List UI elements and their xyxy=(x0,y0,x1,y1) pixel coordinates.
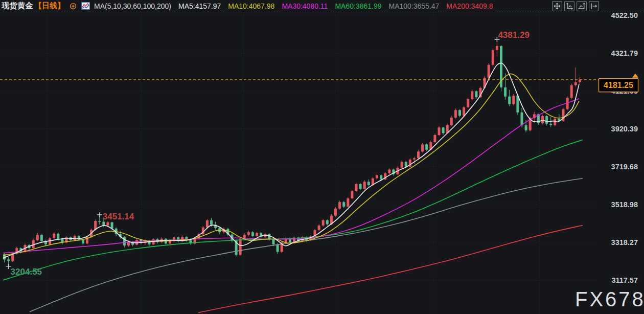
candle-body xyxy=(98,221,101,221)
candle-body xyxy=(322,220,325,226)
candle-body xyxy=(504,87,507,97)
candle-body xyxy=(541,116,544,123)
price-axis-label: 3719.68 xyxy=(611,163,638,171)
candle-body xyxy=(111,222,113,229)
price-up-arrow-icon xyxy=(632,74,638,78)
candle-body xyxy=(521,113,523,125)
candle-body xyxy=(367,182,370,185)
candle-body xyxy=(123,237,126,245)
timeframe-label: 【日线】 xyxy=(34,1,65,11)
candle-body xyxy=(413,158,416,160)
candle-body xyxy=(342,202,345,207)
price-axis-label: 3318.27 xyxy=(611,238,638,246)
chart-window: 现货黄金 【日线】 MA(5,10,30,60,100,200) MA5:415… xyxy=(0,0,644,314)
candle-body xyxy=(467,99,469,107)
candle-body xyxy=(355,184,358,191)
candle-body xyxy=(463,107,465,116)
price-axis-label: 3920.39 xyxy=(611,125,638,133)
candle-body xyxy=(247,232,250,235)
candle-body xyxy=(82,240,84,243)
zoom-y-axis-icon[interactable] xyxy=(564,1,574,11)
candle-body xyxy=(405,162,407,167)
ma-legend: MA5:4157.97MA10:4067.98MA30:4080.11MA60:… xyxy=(178,2,493,10)
candle-body xyxy=(239,239,242,255)
candle-body xyxy=(488,65,490,78)
candle-body xyxy=(7,259,10,261)
candle-body xyxy=(376,175,378,178)
candle-body xyxy=(268,234,270,239)
candle-body xyxy=(579,80,581,82)
move-chart-icon[interactable] xyxy=(552,1,562,11)
ma-value-label: MA30:4080.11 xyxy=(282,2,328,10)
candle-body xyxy=(525,125,527,130)
price-axis-label: 3117.57 xyxy=(611,276,638,284)
high-price-label: 3451.14 xyxy=(103,212,134,221)
candle-body xyxy=(425,144,428,149)
candle-body xyxy=(421,144,424,151)
zoom-x-axis-icon[interactable] xyxy=(577,1,587,11)
candle-body xyxy=(512,96,515,104)
candle-body xyxy=(471,91,473,99)
chart-toolbar xyxy=(552,1,599,11)
candle-body xyxy=(458,110,461,116)
ma-line-ma60 xyxy=(3,140,583,280)
ma-value-label: MA5:4157.97 xyxy=(178,2,221,10)
candle-body xyxy=(210,220,213,225)
chart-canvas[interactable]: FX678 4381.293451.143204.554522.504321.7… xyxy=(0,0,644,314)
extreme-cross-marker xyxy=(97,212,102,217)
candle-body xyxy=(277,244,279,252)
candle-body xyxy=(380,175,382,179)
candle-body xyxy=(74,236,76,240)
candle-body xyxy=(549,124,552,125)
ma-value-label: MA200:3409.8 xyxy=(446,2,493,10)
ma-value-label: MA60:3861.99 xyxy=(335,2,381,10)
current-price-value: 4181.25 xyxy=(604,81,633,89)
candle-body xyxy=(363,182,366,189)
candle-body xyxy=(102,222,105,226)
candle-body xyxy=(40,235,43,241)
candle-body xyxy=(417,151,420,158)
chart-header: 现货黄金 【日线】 MA(5,10,30,60,100,200) MA5:415… xyxy=(0,0,644,12)
candle-body xyxy=(570,85,573,98)
candle-body xyxy=(57,234,59,239)
candle-body xyxy=(574,82,577,85)
ma-line-ma10 xyxy=(3,74,579,255)
watermark: FX678 xyxy=(575,288,644,310)
ma-value-label: MA100:3655.47 xyxy=(388,2,439,10)
candle-body xyxy=(251,232,254,236)
ma-group-label: MA(5,10,30,60,100,200) xyxy=(94,2,171,10)
candle-body xyxy=(401,162,403,168)
add-compare-icon[interactable] xyxy=(70,3,77,10)
candle-body xyxy=(508,97,511,104)
candle-body xyxy=(206,220,209,228)
candle-body xyxy=(351,191,353,198)
candle-body xyxy=(359,184,362,189)
candle-body xyxy=(36,235,39,240)
candle-body xyxy=(433,135,436,142)
candle-body xyxy=(318,226,320,230)
ma-line-ma30 xyxy=(3,99,579,253)
candle-body xyxy=(442,127,445,133)
low-price-label: 3204.55 xyxy=(11,267,42,277)
go-to-latest-icon[interactable] xyxy=(589,1,599,11)
symbol-name: 现货黄金 xyxy=(2,1,33,11)
high-price-label: 4381.29 xyxy=(498,30,529,40)
candle-body xyxy=(334,209,337,216)
price-axis-label: 3518.98 xyxy=(611,200,638,209)
candle-body xyxy=(496,46,498,50)
price-axis-label: 4321.79 xyxy=(611,49,638,57)
candle-body xyxy=(545,116,548,124)
indicator-chart-icon[interactable] xyxy=(81,2,90,10)
candle-body xyxy=(450,118,453,125)
candle-body xyxy=(53,234,55,238)
candle-body xyxy=(256,233,258,236)
candle-body xyxy=(326,220,329,225)
candle-body xyxy=(78,236,80,240)
candle-body xyxy=(107,222,109,226)
candle-body xyxy=(475,91,477,97)
candle-body xyxy=(272,239,275,244)
candle-body xyxy=(338,202,341,209)
candle-body xyxy=(438,127,441,135)
ma-value-label: MA10:4067.98 xyxy=(228,2,274,10)
candle-body xyxy=(388,169,390,173)
